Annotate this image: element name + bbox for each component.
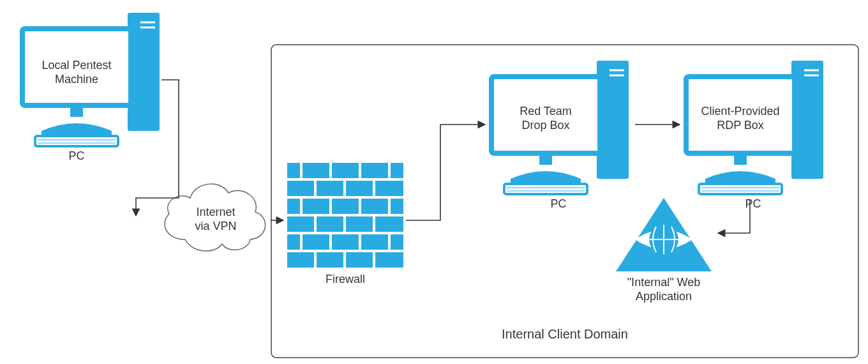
svg-rect-26 <box>287 234 300 250</box>
local-pc-label-1: Local Pentest <box>41 59 111 72</box>
local-pentest-pc: Local Pentest Machine PC <box>22 13 160 162</box>
svg-rect-31 <box>287 252 314 268</box>
dropbox-label-1: Red Team <box>520 105 572 118</box>
webapp: "Internal" Web Application <box>616 198 712 303</box>
local-pc-caption: PC <box>68 149 84 162</box>
svg-rect-9 <box>303 163 329 178</box>
conn-firewall-to-dropbox <box>406 125 485 220</box>
internet-cloud: Internet via VPN <box>165 184 266 251</box>
svg-rect-22 <box>287 216 314 232</box>
svg-rect-29 <box>361 234 388 250</box>
svg-rect-18 <box>303 199 329 214</box>
svg-rect-27 <box>303 234 329 250</box>
svg-rect-24 <box>346 216 373 232</box>
svg-rect-8 <box>287 163 300 178</box>
svg-rect-17 <box>287 199 300 214</box>
svg-rect-16 <box>375 181 403 196</box>
svg-rect-23 <box>317 216 343 232</box>
svg-rect-11 <box>361 163 388 178</box>
svg-rect-33 <box>346 252 373 268</box>
dropbox-caption: PC <box>550 197 566 210</box>
rdpbox-label-2: RDP Box <box>717 119 764 132</box>
svg-rect-34 <box>375 252 403 268</box>
firewall-icon <box>287 163 403 268</box>
firewall-caption: Firewall <box>326 273 365 285</box>
rdpbox-pc: Client-Provided RDP Box PC <box>686 61 823 210</box>
webapp-caption-2: Application <box>636 290 692 303</box>
svg-rect-10 <box>332 163 359 178</box>
domain-label: Internal Client Domain <box>502 327 628 341</box>
svg-rect-14 <box>317 181 343 196</box>
dropbox-label-2: Drop Box <box>521 119 569 132</box>
firewall: Firewall <box>287 163 403 285</box>
cloud-label-2: via VPN <box>195 220 236 232</box>
svg-rect-20 <box>361 199 388 214</box>
svg-rect-19 <box>332 199 359 214</box>
svg-rect-28 <box>332 234 359 250</box>
rdpbox-label-1: Client-Provided <box>701 105 779 118</box>
webapp-caption-1: "Internal" Web <box>627 276 701 289</box>
local-pc-label-2: Machine <box>55 73 98 86</box>
svg-rect-25 <box>375 216 403 232</box>
webserver-icon <box>616 198 712 271</box>
svg-rect-32 <box>317 252 343 268</box>
svg-rect-21 <box>391 199 403 214</box>
rdpbox-caption: PC <box>745 197 761 210</box>
cloud-label-1: Internet <box>196 206 235 218</box>
svg-rect-15 <box>346 181 373 196</box>
dropbox-pc: Red Team Drop Box PC <box>491 61 629 210</box>
svg-rect-30 <box>391 234 403 250</box>
svg-rect-13 <box>287 181 314 196</box>
svg-rect-12 <box>391 163 403 178</box>
